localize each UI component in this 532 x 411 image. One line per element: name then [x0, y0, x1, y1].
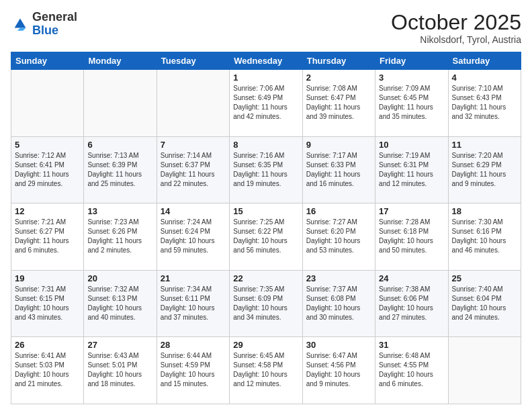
calendar-cell: 16Sunrise: 7:27 AM Sunset: 6:20 PM Dayli…: [302, 203, 375, 271]
day-info: Sunrise: 6:45 AM Sunset: 4:58 PM Dayligh…: [233, 351, 298, 389]
day-number: 20: [87, 273, 152, 283]
day-number: 3: [379, 73, 444, 83]
header-sunday: Sunday: [11, 52, 84, 70]
day-number: 17: [379, 206, 444, 216]
day-info: Sunrise: 7:27 AM Sunset: 6:20 PM Dayligh…: [306, 218, 371, 255]
calendar-cell: 8Sunrise: 7:16 AM Sunset: 6:35 PM Daylig…: [230, 136, 302, 203]
day-number: 13: [87, 206, 152, 216]
calendar-cell: 25Sunrise: 7:40 AM Sunset: 6:04 PM Dayli…: [448, 270, 521, 337]
day-info: Sunrise: 7:21 AM Sunset: 6:27 PM Dayligh…: [15, 218, 80, 255]
day-info: Sunrise: 6:47 AM Sunset: 4:56 PM Dayligh…: [306, 351, 371, 389]
day-number: 19: [15, 273, 80, 283]
calendar-cell: 20Sunrise: 7:32 AM Sunset: 6:13 PM Dayli…: [84, 270, 157, 337]
day-number: 9: [306, 140, 371, 150]
day-info: Sunrise: 6:44 AM Sunset: 4:59 PM Dayligh…: [161, 351, 226, 389]
calendar-cell: 30Sunrise: 6:47 AM Sunset: 4:56 PM Dayli…: [302, 337, 375, 404]
page: General Blue October 2025 Nikolsdorf, Ty…: [0, 0, 532, 411]
day-info: Sunrise: 7:13 AM Sunset: 6:39 PM Dayligh…: [87, 151, 152, 189]
logo: General Blue: [11, 11, 77, 38]
calendar-cell: [157, 70, 229, 137]
day-info: Sunrise: 7:23 AM Sunset: 6:26 PM Dayligh…: [87, 218, 152, 255]
logo-text: General Blue: [32, 11, 77, 38]
logo-blue: Blue: [32, 24, 58, 37]
day-info: Sunrise: 7:25 AM Sunset: 6:22 PM Dayligh…: [233, 218, 298, 255]
day-number: 28: [161, 340, 226, 350]
day-info: Sunrise: 7:16 AM Sunset: 6:35 PM Dayligh…: [233, 151, 298, 189]
calendar-cell: 9Sunrise: 7:17 AM Sunset: 6:33 PM Daylig…: [302, 136, 375, 203]
calendar-week-0: 1Sunrise: 7:06 AM Sunset: 6:49 PM Daylig…: [11, 70, 521, 137]
day-info: Sunrise: 7:20 AM Sunset: 6:29 PM Dayligh…: [452, 151, 517, 189]
calendar-week-1: 5Sunrise: 7:12 AM Sunset: 6:41 PM Daylig…: [11, 136, 521, 203]
calendar-cell: 13Sunrise: 7:23 AM Sunset: 6:26 PM Dayli…: [84, 203, 157, 271]
day-info: Sunrise: 7:32 AM Sunset: 6:13 PM Dayligh…: [87, 285, 152, 322]
calendar-cell: 5Sunrise: 7:12 AM Sunset: 6:41 PM Daylig…: [11, 136, 84, 203]
day-number: 30: [306, 340, 371, 350]
calendar-header-row: Sunday Monday Tuesday Wednesday Thursday…: [11, 52, 521, 70]
header-wednesday: Wednesday: [230, 52, 302, 70]
header-friday: Friday: [375, 52, 448, 70]
day-info: Sunrise: 7:35 AM Sunset: 6:09 PM Dayligh…: [233, 285, 298, 322]
calendar-cell: 19Sunrise: 7:31 AM Sunset: 6:15 PM Dayli…: [11, 270, 84, 337]
calendar-cell: [448, 337, 521, 404]
calendar-cell: 27Sunrise: 6:43 AM Sunset: 5:01 PM Dayli…: [84, 337, 157, 404]
calendar-cell: 28Sunrise: 6:44 AM Sunset: 4:59 PM Dayli…: [157, 337, 229, 404]
day-number: 10: [379, 140, 444, 150]
day-number: 24: [379, 273, 444, 283]
day-info: Sunrise: 7:12 AM Sunset: 6:41 PM Dayligh…: [15, 151, 80, 189]
calendar-cell: 24Sunrise: 7:38 AM Sunset: 6:06 PM Dayli…: [375, 270, 448, 337]
day-number: 21: [161, 273, 226, 283]
calendar-week-4: 26Sunrise: 6:41 AM Sunset: 5:03 PM Dayli…: [11, 337, 521, 404]
day-number: 25: [452, 273, 517, 283]
day-number: 18: [452, 206, 517, 216]
calendar-cell: 4Sunrise: 7:10 AM Sunset: 6:43 PM Daylig…: [448, 70, 521, 137]
logo-icon: [11, 15, 30, 34]
calendar-cell: 31Sunrise: 6:48 AM Sunset: 4:55 PM Dayli…: [375, 337, 448, 404]
day-number: 1: [233, 73, 298, 83]
calendar-cell: 22Sunrise: 7:35 AM Sunset: 6:09 PM Dayli…: [230, 270, 302, 337]
day-info: Sunrise: 7:08 AM Sunset: 6:47 PM Dayligh…: [306, 84, 371, 122]
calendar-cell: 7Sunrise: 7:14 AM Sunset: 6:37 PM Daylig…: [157, 136, 229, 203]
calendar-cell: [11, 70, 84, 137]
day-info: Sunrise: 6:43 AM Sunset: 5:01 PM Dayligh…: [87, 351, 152, 389]
day-info: Sunrise: 7:37 AM Sunset: 6:08 PM Dayligh…: [306, 285, 371, 322]
calendar-table: Sunday Monday Tuesday Wednesday Thursday…: [11, 52, 521, 404]
calendar-cell: 15Sunrise: 7:25 AM Sunset: 6:22 PM Dayli…: [230, 203, 302, 271]
header-tuesday: Tuesday: [157, 52, 229, 70]
calendar-cell: 26Sunrise: 6:41 AM Sunset: 5:03 PM Dayli…: [11, 337, 84, 404]
day-info: Sunrise: 7:34 AM Sunset: 6:11 PM Dayligh…: [161, 285, 226, 322]
svg-marker-0: [15, 18, 26, 28]
day-number: 22: [233, 273, 298, 283]
header: General Blue October 2025 Nikolsdorf, Ty…: [11, 11, 521, 45]
day-info: Sunrise: 6:41 AM Sunset: 5:03 PM Dayligh…: [15, 351, 80, 389]
day-number: 8: [233, 140, 298, 150]
calendar-cell: 3Sunrise: 7:09 AM Sunset: 6:45 PM Daylig…: [375, 70, 448, 137]
calendar-cell: 17Sunrise: 7:28 AM Sunset: 6:18 PM Dayli…: [375, 203, 448, 271]
day-number: 2: [306, 73, 371, 83]
day-number: 23: [306, 273, 371, 283]
header-thursday: Thursday: [302, 52, 375, 70]
day-number: 27: [87, 340, 152, 350]
location: Nikolsdorf, Tyrol, Austria: [391, 34, 521, 45]
day-number: 11: [452, 140, 517, 150]
day-info: Sunrise: 7:09 AM Sunset: 6:45 PM Dayligh…: [379, 84, 444, 122]
day-number: 7: [161, 140, 226, 150]
logo-general: General: [32, 10, 77, 24]
day-number: 26: [15, 340, 80, 350]
calendar-cell: [84, 70, 157, 137]
day-info: Sunrise: 7:28 AM Sunset: 6:18 PM Dayligh…: [379, 218, 444, 255]
day-number: 16: [306, 206, 371, 216]
calendar-cell: 10Sunrise: 7:19 AM Sunset: 6:31 PM Dayli…: [375, 136, 448, 203]
day-info: Sunrise: 7:31 AM Sunset: 6:15 PM Dayligh…: [15, 285, 80, 322]
day-info: Sunrise: 7:14 AM Sunset: 6:37 PM Dayligh…: [161, 151, 226, 189]
day-info: Sunrise: 7:17 AM Sunset: 6:33 PM Dayligh…: [306, 151, 371, 189]
calendar-cell: 18Sunrise: 7:30 AM Sunset: 6:16 PM Dayli…: [448, 203, 521, 271]
calendar-cell: 23Sunrise: 7:37 AM Sunset: 6:08 PM Dayli…: [302, 270, 375, 337]
day-number: 15: [233, 206, 298, 216]
day-info: Sunrise: 7:19 AM Sunset: 6:31 PM Dayligh…: [379, 151, 444, 189]
calendar-cell: 6Sunrise: 7:13 AM Sunset: 6:39 PM Daylig…: [84, 136, 157, 203]
day-number: 4: [452, 73, 517, 83]
day-info: Sunrise: 7:38 AM Sunset: 6:06 PM Dayligh…: [379, 285, 444, 322]
day-info: Sunrise: 6:48 AM Sunset: 4:55 PM Dayligh…: [379, 351, 444, 389]
day-number: 14: [161, 206, 226, 216]
calendar-week-3: 19Sunrise: 7:31 AM Sunset: 6:15 PM Dayli…: [11, 270, 521, 337]
